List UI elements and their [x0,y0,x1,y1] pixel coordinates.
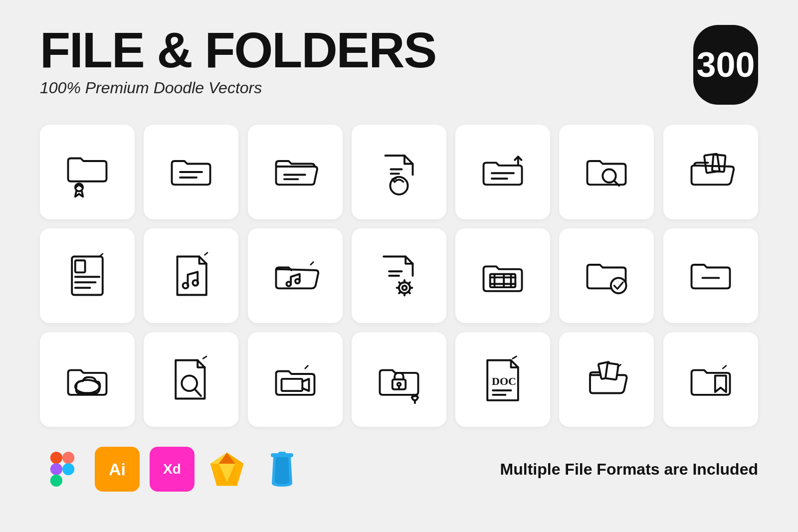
svg-rect-51 [62,452,74,464]
svg-point-34 [611,278,626,293]
svg-rect-64 [278,452,286,455]
footer: Ai Xd [40,447,758,492]
svg-point-23 [295,279,300,284]
svg-rect-16 [75,260,85,272]
icon-folder-open [248,125,343,219]
svg-point-54 [62,463,74,475]
svg-rect-53 [50,475,62,487]
icon-folder-cloud [40,332,135,427]
svg-point-20 [183,283,189,288]
icon-folder-lock [352,332,446,427]
icon-folder-lines [144,125,238,219]
icon-file-refresh [352,125,446,219]
icon-folder-award [40,125,135,219]
title-block: FILE & FOLDERS 100% Premium Doodle Vecto… [40,25,436,97]
icon-music-file [144,228,238,323]
figma-icon [40,447,85,492]
icon-folder-tab [455,125,550,219]
icon-folder-music [248,228,343,323]
ai-icon: Ai [95,447,140,492]
icon-folder-film [455,228,550,323]
icon-folder-minus [663,228,758,323]
svg-point-22 [286,282,291,286]
svg-rect-39 [281,379,302,391]
icon-folder-search [559,125,654,219]
icon-document [40,228,135,323]
icon-folder-spread [559,332,654,427]
svg-point-21 [193,280,199,286]
header: FILE & FOLDERS 100% Premium Doodle Vecto… [40,25,758,105]
svg-rect-49 [605,363,618,380]
icon-doc-file: DOC [455,332,550,427]
page: FILE & FOLDERS 100% Premium Doodle Vecto… [0,0,798,532]
xd-icon: Xd [150,447,195,492]
icon-folder-bookmark [663,332,758,427]
svg-rect-15 [72,257,103,295]
icon-file-settings [352,228,446,323]
sketch-icon [204,447,249,492]
format-icons: Ai Xd [40,447,304,492]
icons-grid: DOC [40,125,758,427]
svg-text:DOC: DOC [492,375,516,387]
subtitle: 100% Premium Doodle Vectors [40,79,436,97]
main-title: FILE & FOLDERS [40,25,436,75]
icon-folder-video [248,332,343,427]
icon-folder-papers [663,125,758,219]
svg-rect-50 [50,452,62,464]
bucket-icon [259,447,304,492]
icon-file-search [144,332,238,427]
icon-folder-check [559,228,654,323]
svg-line-38 [195,389,201,396]
svg-point-27 [402,286,406,290]
svg-rect-52 [50,463,62,475]
footer-text: Multiple File Formats are Included [500,460,758,479]
count-badge: 300 [693,25,758,105]
